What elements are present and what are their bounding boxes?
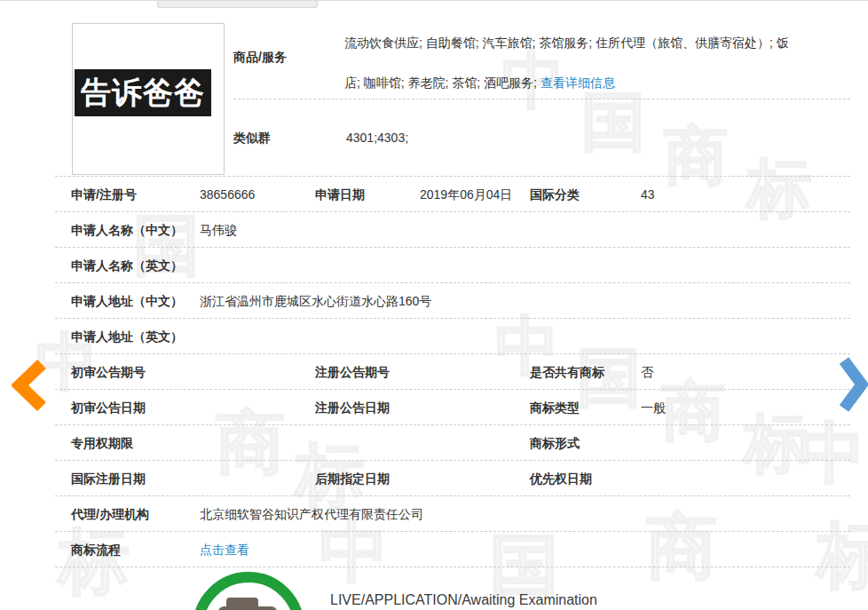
top-scrollbar-fragment xyxy=(157,1,318,8)
field-label-applicant-en: 申请人名称（英文） xyxy=(71,258,183,274)
field-label-reg-pub-no: 注册公告期号 xyxy=(315,365,390,381)
field-label-goods-services: 商品/服务 xyxy=(233,50,287,66)
field-label-agency: 代理/办理机构 xyxy=(71,507,149,523)
field-value-applicant-cn: 马伟骏 xyxy=(200,223,237,239)
field-value-shared-mark: 否 xyxy=(641,365,653,381)
field-label-first-pub-no: 初审公告期号 xyxy=(71,365,146,381)
field-value-addr-cn: 浙江省温州市鹿城区水心街道水心路160号 xyxy=(200,294,431,310)
field-label-intl-class: 国际分类 xyxy=(530,187,580,203)
field-label-exclusive-period: 专用权期限 xyxy=(71,436,133,452)
field-value-reg-no: 38656666 xyxy=(200,187,255,202)
field-label-reg-pub-date: 注册公告日期 xyxy=(315,400,390,416)
field-label-addr-en: 申请人地址（英文） xyxy=(71,329,183,345)
briefcase-icon xyxy=(218,606,277,610)
field-label-shared-mark: 是否共有商标 xyxy=(530,365,604,381)
trademark-image: 告诉爸爸 xyxy=(72,23,225,175)
next-arrow-button[interactable] xyxy=(838,354,868,415)
field-label-intl-reg-date: 国际注册日期 xyxy=(71,471,146,487)
field-value-agency: 北京细软智谷知识产权代理有限责任公司 xyxy=(200,507,423,523)
prev-arrow-button[interactable] xyxy=(12,360,47,411)
field-label-addr-cn: 申请人地址（中文） xyxy=(71,294,183,310)
table-row: 初审公告期号 注册公告期号 是否共有商标 否 xyxy=(55,354,850,390)
trademark-logo-text: 告诉爸爸 xyxy=(75,69,211,116)
field-label-later-designation-date: 后期指定日期 xyxy=(315,471,390,487)
field-label-first-pub-date: 初审公告日期 xyxy=(71,400,146,416)
field-value-similar-group: 4301;4303; xyxy=(346,131,408,145)
field-label-tm-process: 商标流程 xyxy=(71,543,121,559)
field-value-apply-date: 2019年06月04日 xyxy=(420,187,512,203)
table-row: 申请/注册号 38656666 申请日期 2019年06月04日 国际分类 43 xyxy=(55,177,850,212)
divider xyxy=(233,99,850,99)
field-label-priority-date: 优先权日期 xyxy=(530,471,592,487)
field-value-tm-type: 一般 xyxy=(641,400,666,416)
field-label-similar-group: 类似群 xyxy=(233,131,271,147)
field-label-applicant-cn: 申请人名称（中文） xyxy=(71,223,183,239)
field-label-tm-type: 商标类型 xyxy=(530,400,580,416)
table-row: 国际注册日期 后期指定日期 优先权日期 xyxy=(55,461,850,496)
table-row: 商标流程 点击查看 xyxy=(55,532,850,567)
field-label-reg-no: 申请/注册号 xyxy=(71,187,137,203)
table-row: 申请人名称（中文） 马伟骏 xyxy=(55,212,850,248)
table-row: 申请人地址（中文） 浙江省温州市鹿城区水心街道水心路160号 xyxy=(55,283,850,319)
table-row: 代理/办理机构 北京细软智谷知识产权代理有限责任公司 xyxy=(55,496,850,532)
field-value-goods-services: 流动饮食供应; 自助餐馆; 汽车旅馆; 茶馆服务; 住所代理（旅馆、供膳寄宿处）… xyxy=(344,23,790,103)
table-row: 申请人地址（英文） xyxy=(55,319,850,354)
table-row: 初审公告日期 注册公告日期 商标类型 一般 xyxy=(55,390,850,425)
field-value-intl-class: 43 xyxy=(641,187,655,202)
status-text: LIVE/APPLICATION/Awaiting Examination xyxy=(330,592,597,608)
field-label-tm-form: 商标形式 xyxy=(530,436,580,452)
table-row: 申请人名称（英文） xyxy=(55,248,850,283)
table-row: 专用权期限 商标形式 xyxy=(55,425,850,461)
field-label-apply-date: 申请日期 xyxy=(315,187,365,203)
trademark-detail-page: 中 国 商 标 中 国 商 标 国 商 标 中 标 中 国 商 标 中 告诉爸爸… xyxy=(0,0,868,610)
view-details-link[interactable]: 查看详细信息 xyxy=(541,75,615,90)
view-process-link[interactable]: 点击查看 xyxy=(200,543,249,559)
